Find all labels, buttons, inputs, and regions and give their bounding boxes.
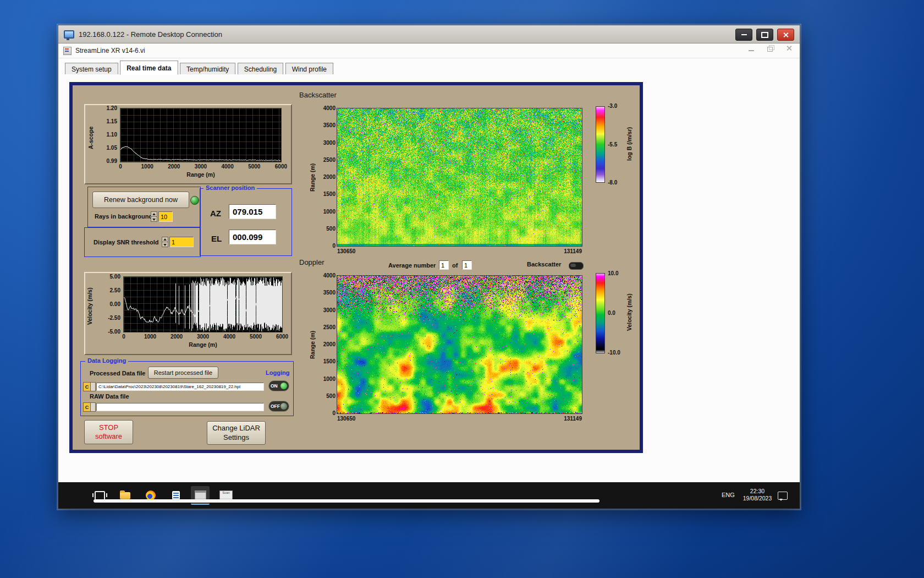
app-restore-icon[interactable] <box>767 47 773 52</box>
data-logging-title: Data Logging <box>85 357 128 364</box>
app-title: StreamLine XR v14-6.vi <box>75 47 145 54</box>
document-icon <box>172 491 180 500</box>
background-led-indicator <box>190 196 199 205</box>
scan-icon-label: Scan <box>222 491 230 494</box>
display-snr-threshold-label: Display SNR threshold <box>94 239 159 246</box>
doppler-colorbar-ticks: 10.00.0-10.0 <box>608 270 626 356</box>
tick-label: 2500 <box>323 157 336 163</box>
change-lidar-settings-button[interactable]: Change LiDAR Settings <box>207 421 266 445</box>
restart-processed-file-button[interactable]: Restart processed file <box>148 367 218 379</box>
stop-software-button[interactable]: STOP software <box>84 420 133 444</box>
az-value-field[interactable]: 079.015 <box>229 204 276 219</box>
real-time-data-panel: A-scope 1.201.151.101.050.99 01000200030… <box>69 82 643 453</box>
minimize-icon <box>741 34 747 35</box>
change-line1: Change LiDAR <box>212 424 260 433</box>
app-close-icon[interactable] <box>786 45 792 51</box>
snr-spinner[interactable] <box>162 237 168 247</box>
labview-vi-icon <box>63 47 72 55</box>
stop-line2: software <box>95 432 122 441</box>
ascope-x-axis-label: Range (m) <box>120 171 281 178</box>
rdp-window-buttons <box>735 29 794 41</box>
raw-path-field[interactable] <box>96 403 264 411</box>
tick-label: 1000 <box>138 163 157 170</box>
tick-label: 10.0 <box>608 270 618 277</box>
raw-drive-button[interactable]: C <box>83 402 91 412</box>
doppler-colorbar <box>596 273 605 353</box>
average-number-field[interactable]: 1 <box>439 260 449 270</box>
raw-browse-button[interactable] <box>90 402 96 412</box>
tick-label: 0 <box>114 334 133 340</box>
change-line2: Settings <box>223 433 249 442</box>
backscatter-x-start: 130650 <box>337 248 355 254</box>
logging-label: Logging <box>266 369 289 376</box>
tick-label: 2000 <box>323 341 336 348</box>
processed-path-field[interactable]: C:\Lidar\Data\Proc\2023\202308\20230819\… <box>96 383 264 391</box>
notification-button[interactable] <box>774 486 791 505</box>
off-label: OFF <box>271 403 280 409</box>
backscatter-heatmap <box>337 108 582 246</box>
raw-logging-toggle[interactable]: OFF <box>268 401 289 412</box>
tick-label: 1500 <box>323 358 336 365</box>
tick-label: 1.15 <box>107 118 117 125</box>
backscatter-toggle[interactable] <box>569 262 584 270</box>
task-view-icon <box>95 491 105 500</box>
tick-label: 1.05 <box>107 145 117 151</box>
backscatter-colorbar-label: log B (/m/sr) <box>626 113 632 175</box>
tick-label: 0.00 <box>110 301 120 308</box>
backscatter-colorbar <box>596 106 605 183</box>
renew-background-button[interactable]: Renew background now <box>92 192 189 208</box>
processed-drive-button[interactable]: C <box>83 382 91 391</box>
tick-label: 4000 <box>323 105 336 112</box>
tick-label: 3500 <box>323 122 336 129</box>
on-label: ON <box>271 383 278 389</box>
notification-icon <box>778 492 788 500</box>
velocity-y-ticks: 5.002.500.00-2.50-5.00 <box>98 274 120 335</box>
tick-label: -5.5 <box>608 141 617 148</box>
tick-label: 3000 <box>194 334 212 340</box>
tick-label: 2500 <box>323 324 336 331</box>
folder-icon <box>120 492 130 499</box>
velocity-y-axis-label: Velocity (m/s) <box>86 283 93 329</box>
ascope-x-ticks: 0100020003000400050006000 <box>111 163 290 170</box>
tick-label: 3500 <box>323 290 336 296</box>
backscatter-x-range: 130650 131149 <box>337 248 582 254</box>
language-indicator[interactable]: ENG <box>722 492 735 498</box>
tick-label: 3000 <box>323 307 336 314</box>
backscatter-toggle-label: Backscatter <box>527 261 561 268</box>
el-value-field[interactable]: 000.099 <box>229 230 276 244</box>
ascope-y-ticks: 1.201.151.101.050.99 <box>96 105 117 165</box>
tick-label: 4000 <box>218 163 237 170</box>
tick-label: 4000 <box>323 272 336 279</box>
scanner-position-title: Scanner position <box>204 184 257 191</box>
average-total-field[interactable]: 1 <box>462 260 472 270</box>
rdp-horizontal-scrollbar[interactable] <box>94 499 600 503</box>
ascope-plot <box>120 108 281 162</box>
tab-real-time-data[interactable]: Real time data <box>120 61 178 75</box>
snr-value-field[interactable]: 1 <box>169 237 194 247</box>
doppler-x-start: 130650 <box>337 416 355 422</box>
rdp-titlebar[interactable]: 192.168.0.122 - Remote Desktop Connectio… <box>58 25 800 43</box>
taskbar-clock[interactable]: 22:30 19/08/2023 <box>739 488 776 502</box>
tab-bar: System setup Real time data Temp/humidit… <box>58 58 800 75</box>
app-minimize-icon[interactable] <box>749 50 754 51</box>
rdp-title: 192.168.0.122 - Remote Desktop Connectio… <box>79 30 222 39</box>
tick-label: 2.50 <box>110 287 120 294</box>
maximize-button[interactable] <box>756 29 773 41</box>
app-window-icon <box>195 490 206 500</box>
tick-label: 500 <box>326 393 336 400</box>
processed-logging-toggle[interactable]: ON <box>268 380 289 391</box>
backscatter-colorbar-ticks: -3.0-5.5-8.0 <box>608 103 624 186</box>
processed-browse-button[interactable] <box>90 382 96 391</box>
clock-time: 22:30 <box>739 488 776 495</box>
rdp-window: 192.168.0.122 - Remote Desktop Connectio… <box>58 25 800 509</box>
tick-label: 6000 <box>273 334 292 340</box>
of-label: of <box>452 262 458 269</box>
close-icon <box>783 32 789 38</box>
app-titlebar[interactable]: StreamLine XR v14-6.vi <box>58 43 800 58</box>
close-button[interactable] <box>777 29 794 41</box>
taskbar: Scan ENG 22:30 19/08/2023 <box>58 482 800 509</box>
rays-value-field[interactable]: 10 <box>158 211 173 222</box>
velocity-x-axis-label: Range (m) <box>124 341 282 348</box>
rays-spinner[interactable] <box>151 211 157 222</box>
minimize-button[interactable] <box>735 29 752 41</box>
